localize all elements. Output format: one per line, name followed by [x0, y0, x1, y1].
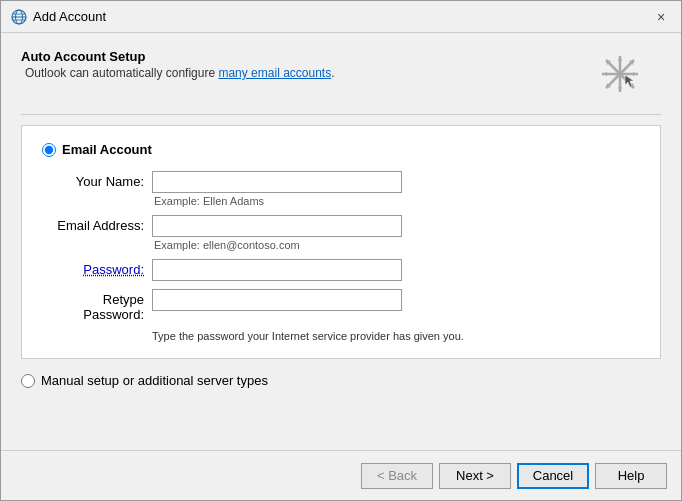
your-name-label: Your Name: [42, 171, 152, 189]
password-label: Password: [42, 259, 152, 277]
email-address-hint: Example: ellen@contoso.com [154, 239, 402, 251]
email-address-input[interactable] [152, 215, 402, 237]
title-bar: Add Account × [1, 1, 681, 33]
starburst-icon [599, 53, 641, 98]
manual-setup-radio[interactable] [21, 374, 35, 388]
email-account-section: Email Account Your Name: Example: Ellen … [21, 125, 661, 359]
email-address-label: Email Address: [42, 215, 152, 233]
manual-setup-radio-label[interactable]: Manual setup or additional server types [21, 373, 661, 388]
email-account-label: Email Account [62, 142, 152, 157]
manual-setup-label: Manual setup or additional server types [41, 373, 268, 388]
password-input[interactable] [152, 259, 402, 281]
button-bar: < Back Next > Cancel Help [1, 450, 681, 500]
auto-setup-section: Auto Account Setup Outlook can automatic… [21, 49, 661, 98]
retype-password-row: Retype Password: [42, 289, 640, 322]
email-account-radio[interactable] [42, 143, 56, 157]
section-divider [21, 114, 661, 115]
password-row: Password: [42, 259, 640, 281]
title-bar-left: Add Account [11, 9, 106, 25]
cancel-button[interactable]: Cancel [517, 463, 589, 489]
your-name-row: Your Name: Example: Ellen Adams [42, 171, 640, 207]
close-button[interactable]: × [651, 7, 671, 27]
email-account-radio-label[interactable]: Email Account [42, 142, 640, 157]
add-account-dialog: Add Account × Auto Account Setup Outlook… [0, 0, 682, 501]
svg-marker-12 [633, 72, 638, 76]
svg-marker-11 [602, 72, 607, 76]
retype-password-field-col [152, 289, 402, 311]
retype-password-input[interactable] [152, 289, 402, 311]
next-button[interactable]: Next > [439, 463, 511, 489]
auto-setup-heading: Auto Account Setup [21, 49, 335, 64]
password-hint: Type the password your Internet service … [152, 330, 640, 342]
auto-setup-link[interactable]: many email accounts [218, 66, 331, 80]
password-field-col [152, 259, 402, 281]
your-name-field-col: Example: Ellen Adams [152, 171, 402, 207]
retype-password-label: Retype Password: [42, 289, 152, 322]
help-button[interactable]: Help [595, 463, 667, 489]
dialog-title: Add Account [33, 9, 106, 24]
back-button[interactable]: < Back [361, 463, 433, 489]
svg-marker-9 [618, 56, 622, 61]
content-area: Auto Account Setup Outlook can automatic… [1, 33, 681, 450]
email-address-field-col: Example: ellen@contoso.com [152, 215, 402, 251]
auto-setup-description: Outlook can automatically configure many… [25, 66, 335, 80]
globe-icon [11, 9, 27, 25]
your-name-input[interactable] [152, 171, 402, 193]
svg-marker-10 [618, 87, 622, 92]
email-address-row: Email Address: Example: ellen@contoso.co… [42, 215, 640, 251]
your-name-hint: Example: Ellen Adams [154, 195, 402, 207]
